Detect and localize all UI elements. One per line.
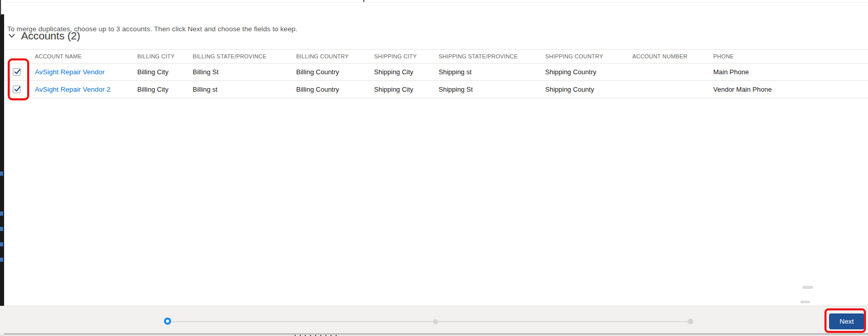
row-select-cell [4, 81, 35, 98]
background-page-edge-line [0, 0, 1, 15]
billing-country-cell: Billing Country [296, 81, 374, 98]
shipping-city-cell: Shipping City [374, 64, 439, 81]
background-edge-tick [0, 242, 3, 246]
table-row: AvSight Repair Vendor Billing City Billi… [4, 64, 868, 81]
table-row: AvSight Repair Vendor 2 Billing City Bil… [4, 81, 868, 98]
background-edge-tick [0, 172, 3, 176]
background-page-edge [0, 14, 4, 306]
account-number-cell [632, 64, 713, 81]
chevron-down-icon[interactable] [8, 32, 15, 39]
account-link[interactable]: AvSight Repair Vendor [35, 68, 105, 76]
column-header-phone: PHONE [713, 50, 868, 64]
account-name-cell: AvSight Repair Vendor 2 [35, 81, 137, 98]
progress-step-3-icon [688, 319, 693, 324]
check-icon [13, 85, 22, 93]
scroll-artifact [802, 286, 813, 289]
column-header-shipping-country: SHIPPING COUNTRY [545, 50, 632, 64]
column-header-billing-state: BILLING STATE/PROVINCE [193, 50, 296, 64]
scroll-artifact [800, 301, 810, 303]
bottom-edge-strip [4, 333, 868, 336]
column-header-shipping-state: SHIPPING STATE/PROVINCE [439, 50, 545, 64]
column-header-billing-country: BILLING COUNTRY [296, 50, 374, 64]
column-header-shipping-city: SHIPPING CITY [374, 50, 439, 64]
accounts-section-toggle[interactable]: Accounts (2) [8, 29, 80, 43]
background-edge-tick [0, 258, 3, 262]
row-checkbox[interactable] [13, 86, 20, 93]
duplicate-accounts-table: ACCOUNT NAME BILLING CITY BILLING STATE/… [4, 49, 868, 98]
next-button[interactable]: Next [829, 313, 864, 329]
account-name-cell: AvSight Repair Vendor [35, 64, 137, 81]
shipping-state-cell: Shipping St [439, 81, 545, 98]
background-edge-tick [0, 227, 3, 231]
account-number-cell [632, 81, 713, 98]
table-header-row: ACCOUNT NAME BILLING CITY BILLING STATE/… [4, 50, 868, 64]
column-header-account-number: ACCOUNT NUMBER [632, 50, 713, 64]
merge-duplicates-dialog: To merge duplicates, choose up to 3 acco… [0, 0, 868, 336]
check-icon [13, 68, 22, 76]
phone-cell: Main Phone [713, 64, 868, 81]
shipping-country-cell: Shipping Country [545, 64, 632, 81]
billing-country-cell: Billing Country [296, 64, 374, 81]
background-edge-tick [0, 212, 3, 216]
select-column-header [4, 50, 35, 64]
progress-step-1-active-icon [164, 318, 171, 325]
row-checkbox[interactable] [13, 68, 20, 76]
account-link[interactable]: AvSight Repair Vendor 2 [35, 86, 111, 93]
shipping-state-cell: Shipping st [439, 64, 545, 81]
progress-track [172, 321, 690, 322]
column-header-billing-city: BILLING CITY [137, 50, 193, 64]
billing-city-cell: Billing City [137, 81, 193, 98]
phone-cell: Vendor Main Phone [713, 81, 868, 98]
shipping-country-cell: Shipping County [545, 81, 632, 98]
billing-city-cell: Billing City [137, 64, 193, 81]
billing-state-cell: Billing St [193, 64, 296, 81]
column-header-account-name: ACCOUNT NAME [35, 50, 137, 64]
progress-step-2-icon [433, 319, 438, 324]
top-divider [4, 2, 868, 3]
row-select-cell [4, 64, 35, 81]
top-edge-artifact [363, 0, 364, 2]
shipping-city-cell: Shipping City [374, 81, 439, 98]
dialog-footer: Next [0, 306, 868, 334]
billing-state-cell: Billing st [193, 81, 296, 98]
section-title: Accounts (2) [21, 30, 80, 42]
